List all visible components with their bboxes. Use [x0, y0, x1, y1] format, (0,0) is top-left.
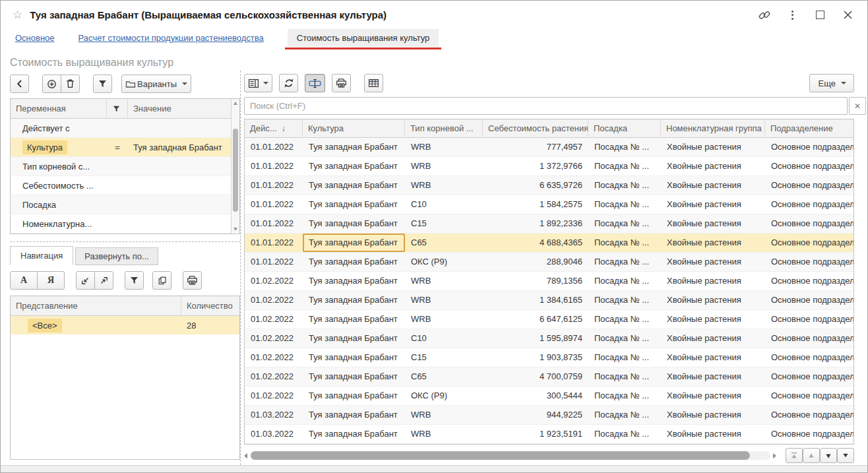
close-button[interactable] [841, 9, 854, 22]
cell[interactable]: Посадка № ... [588, 425, 661, 443]
cell[interactable]: Хвойные растения [661, 310, 765, 329]
cell[interactable]: Основное подраздел. [765, 367, 853, 386]
table-row[interactable]: 01.02.2022Туя западная БрабантWRB1 384,6… [245, 291, 853, 310]
cell[interactable]: C65 [405, 234, 483, 252]
favorite-star-icon[interactable]: ☆ [13, 8, 22, 22]
cell[interactable]: Хвойные растения [661, 234, 765, 252]
filter-operator-cell[interactable]: = [107, 138, 128, 156]
column-header-view[interactable]: Представление [11, 296, 181, 315]
cell[interactable]: Туя западная Брабант [303, 329, 405, 348]
cell[interactable]: Хвойные растения [661, 348, 765, 367]
cell[interactable]: 1 903,8735 [483, 348, 588, 367]
sort-desc-button[interactable]: Я [37, 271, 65, 290]
cell[interactable]: Основное подраздел. [765, 138, 853, 156]
cell[interactable]: Хвойные растения [661, 195, 765, 214]
cell[interactable]: 01.02.2022 [245, 329, 303, 348]
cell[interactable]: Основное подраздел. [765, 272, 853, 290]
cell[interactable]: Основное подраздел. [765, 176, 853, 195]
cell[interactable]: WRB [405, 272, 483, 290]
cell[interactable]: Туя западная Брабант [303, 291, 405, 309]
cell[interactable]: Посадка № ... [588, 329, 661, 348]
cell[interactable]: ОКС (Р9) [405, 253, 483, 271]
cell[interactable]: C65 [405, 367, 483, 386]
filter-operator-cell[interactable] [107, 157, 128, 175]
cell[interactable]: C15 [405, 214, 483, 233]
cell[interactable]: Основное подраздел. [765, 253, 853, 271]
cell[interactable]: 01.01.2022 [245, 176, 303, 195]
table-row[interactable]: 01.01.2022Туя западная БрабантОКС (Р9)28… [245, 253, 853, 272]
cell[interactable]: Хвойные растения [661, 291, 765, 309]
filter-variable-cell[interactable]: Культура [11, 138, 107, 156]
table-row[interactable]: 01.01.2022Туя западная БрабантWRB1 372,9… [245, 157, 853, 176]
more-menu-icon[interactable] [786, 9, 799, 22]
cell[interactable]: WRB [405, 138, 483, 156]
cell[interactable]: 944,9225 [483, 406, 588, 424]
cell[interactable]: 01.02.2022 [245, 348, 303, 367]
table-row[interactable]: 01.03.2022Туя западная БрабантWRB1 923,5… [245, 425, 853, 444]
cell[interactable]: 01.01.2022 [245, 138, 303, 156]
filter-value-cell[interactable] [128, 176, 231, 195]
column-width-button[interactable] [305, 74, 325, 92]
cell[interactable]: Посадка № ... [588, 176, 661, 195]
expand-button[interactable] [94, 271, 113, 290]
cell[interactable]: Основное подраздел. [765, 406, 853, 424]
more-button[interactable]: Еще [809, 74, 854, 92]
cell[interactable]: Посадка № ... [588, 138, 661, 156]
maximize-button[interactable] [813, 9, 826, 22]
table-row[interactable]: 01.01.2022Туя западная БрабантC654 688,4… [245, 234, 853, 253]
cell[interactable]: 01.02.2022 [245, 291, 303, 309]
go-last-button[interactable] [837, 448, 854, 463]
cell[interactable]: 01.01.2022 [245, 214, 303, 233]
cell[interactable]: Туя западная Брабант [303, 234, 405, 252]
cell[interactable]: WRB [405, 310, 483, 329]
cell[interactable]: 01.03.2022 [245, 425, 303, 443]
filter-operator-cell[interactable] [107, 176, 128, 195]
cell[interactable]: Хвойные растения [661, 138, 765, 156]
horizontal-splitter[interactable] [10, 241, 240, 242]
filter-row[interactable]: Действует с [11, 119, 231, 138]
filter-row[interactable]: Посадка [11, 195, 231, 214]
cell[interactable]: Посадка № ... [588, 272, 661, 290]
link-icon[interactable] [758, 9, 771, 22]
table-row[interactable]: 01.02.2022Туя западная БрабантC151 903,8… [245, 348, 853, 367]
cell[interactable]: Хвойные растения [661, 176, 765, 195]
cell[interactable]: Основное подраздел. [765, 310, 853, 329]
column-header-count[interactable]: Количество [181, 296, 239, 315]
page-down-button[interactable] [820, 448, 837, 463]
cell[interactable]: Основное подраздел. [765, 195, 853, 214]
tab-expand-by[interactable]: Развернуть по... [75, 247, 158, 265]
cell[interactable]: 6 635,9726 [483, 176, 588, 195]
cell[interactable]: 6 647,6125 [483, 310, 588, 329]
cell[interactable]: Основное подраздел. [765, 291, 853, 309]
horizontal-scrollbar[interactable] [244, 450, 776, 461]
filter-variable-cell[interactable]: Номенклатурна... [11, 214, 107, 233]
column-header[interactable]: Номенклатурная группа [661, 119, 765, 137]
filter-vertical-scrollbar[interactable] [231, 99, 239, 234]
cell[interactable]: WRB [405, 157, 483, 175]
cell[interactable]: Посадка № ... [588, 234, 661, 252]
delete-button[interactable] [61, 75, 80, 93]
cell[interactable]: C10 [405, 329, 483, 348]
cell[interactable]: 01.03.2022 [245, 406, 303, 424]
cell[interactable]: Хвойные растения [661, 157, 765, 175]
view-mode-button[interactable] [244, 74, 272, 92]
table-row[interactable]: 01.02.2022Туя западная БрабантC101 595,8… [245, 329, 853, 348]
cell[interactable]: Основное подраздел. [765, 214, 853, 233]
cell[interactable]: Туя западная Брабант [303, 387, 405, 405]
cell[interactable]: Посадка № ... [588, 348, 661, 367]
tab-active-growing-cost[interactable]: Стоимость выращивания культур [288, 29, 439, 47]
cell[interactable]: 789,1356 [483, 272, 588, 290]
tab-link-calc[interactable]: Расчет стоимости продукции растениеводст… [78, 33, 264, 43]
cell[interactable]: 1 372,9766 [483, 157, 588, 175]
vertical-splitter[interactable] [240, 71, 241, 465]
filter-row[interactable]: Тип корневой с... [11, 157, 231, 176]
cell[interactable]: Туя западная Брабант [303, 272, 405, 290]
column-header[interactable]: Тип корневой ... [405, 119, 483, 137]
cell[interactable]: Посадка № ... [588, 157, 661, 175]
cell[interactable]: 288,9046 [483, 253, 588, 271]
cell[interactable]: Туя западная Брабант [303, 348, 405, 367]
cell[interactable]: Основное подраздел. [765, 425, 853, 443]
copy-button[interactable] [152, 271, 171, 290]
tab-navigation[interactable]: Навигация [10, 246, 73, 265]
cell[interactable]: Посадка № ... [588, 387, 661, 405]
